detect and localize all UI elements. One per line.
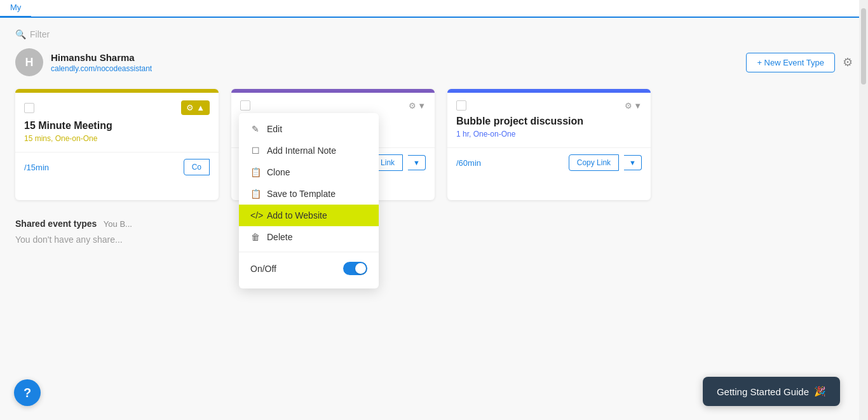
card-header-1: ⚙ ▲ <box>15 93 219 120</box>
event-card-3: ⚙ ▼ Bubble project discussion 1 hr, One-… <box>447 89 651 200</box>
user-row: H Himanshu Sharma calendly.com/nocodeass… <box>0 48 868 89</box>
user-info: H Himanshu Sharma calendly.com/nocodeass… <box>15 48 152 76</box>
card-checkbox-2[interactable] <box>240 100 250 111</box>
gear-icon-3: ⚙ <box>625 101 632 111</box>
card-title-3: Bubble project discussion <box>456 116 642 127</box>
card-body-1: 15 Minute Meeting 15 mins, One-on-One <box>15 120 219 152</box>
event-card-1: ⚙ ▲ 15 Minute Meeting 15 mins, One-on-On… <box>15 89 219 200</box>
menu-item-add-website-label: Add to Website <box>267 210 327 220</box>
template-icon: 📋 <box>250 189 261 199</box>
dropdown-menu: ✎ Edit ☐ Add Internal Note 📋 Clone 📋 Sav… <box>239 113 379 288</box>
card-checkbox-3[interactable] <box>456 100 466 111</box>
menu-item-clone[interactable]: 📋 Clone <box>239 161 379 183</box>
chevron-down-icon-2: ▼ <box>417 101 426 111</box>
filter-label: Filter <box>30 29 50 39</box>
gear-icon-active: ⚙ <box>186 103 194 112</box>
menu-item-clone-label: Clone <box>267 167 290 177</box>
note-icon: ☐ <box>250 146 261 156</box>
help-button[interactable]: ? <box>14 379 41 406</box>
card-gear-button-3[interactable]: ⚙ ▼ <box>625 101 642 111</box>
scrollbar-track <box>859 0 868 420</box>
card-title-1: 15 Minute Meeting <box>24 120 210 132</box>
copy-link-dropdown-3[interactable]: ▼ <box>624 155 642 170</box>
gear-icon-2: ⚙ <box>409 101 416 111</box>
toggle-knob <box>355 263 366 274</box>
new-event-button[interactable]: + New Event Type <box>746 53 835 72</box>
filter-row: 🔍 Filter <box>0 18 868 48</box>
menu-item-save-template[interactable]: 📋 Save to Template <box>239 183 379 205</box>
toggle-label: On/Off <box>250 264 276 274</box>
card-subtitle-3: 1 hr, One-on-One <box>456 130 642 139</box>
trash-icon: 🗑 <box>250 232 261 242</box>
settings-gear-button[interactable]: ⚙ <box>843 55 853 69</box>
copy-link-button-1[interactable]: Co <box>184 159 210 175</box>
top-bar: My <box>0 0 868 18</box>
menu-item-edit[interactable]: ✎ Edit <box>239 118 379 140</box>
card-footer-1: /15min Co <box>15 152 219 182</box>
menu-item-edit-label: Edit <box>267 124 282 134</box>
user-actions: + New Event Type ⚙ <box>746 53 853 72</box>
search-icon: 🔍 <box>15 29 26 39</box>
chevron-down-icon-3: ▼ <box>634 101 642 111</box>
card-gear-button-2[interactable]: ⚙ ▼ <box>409 101 426 111</box>
copy-link-button-3[interactable]: Copy Link <box>569 154 619 171</box>
menu-toggle-row: On/Off <box>239 256 379 281</box>
user-link[interactable]: calendly.com/nocodeassistant <box>51 64 152 73</box>
edit-icon: ✎ <box>250 124 261 134</box>
on-off-toggle[interactable] <box>343 262 367 275</box>
code-icon: </> <box>250 210 261 220</box>
shared-section-title: Shared event types <box>15 219 97 229</box>
card-gear-active-1[interactable]: ⚙ ▲ <box>181 100 210 115</box>
menu-divider <box>239 252 379 252</box>
shared-section-desc: You B... <box>104 219 132 229</box>
user-name: Himanshu Sharma <box>51 52 152 63</box>
menu-item-add-website[interactable]: </> Add to Website <box>239 205 379 226</box>
shared-section: Shared event types You B... You don't ha… <box>0 200 868 255</box>
avatar: H <box>15 48 43 76</box>
scrollbar-thumb[interactable] <box>861 8 866 85</box>
chevron-up-icon: ▲ <box>196 103 205 112</box>
party-icon: 🎉 <box>814 386 826 397</box>
clone-icon: 📋 <box>250 167 261 177</box>
card-checkbox-1[interactable] <box>24 103 34 113</box>
card-body-3: Bubble project discussion 1 hr, One-on-O… <box>447 116 651 147</box>
question-mark-icon: ? <box>24 386 31 400</box>
copy-link-dropdown-2[interactable]: ▼ <box>408 155 426 170</box>
card-subtitle-1: 15 mins, One-on-One <box>24 134 210 143</box>
menu-item-delete[interactable]: 🗑 Delete <box>239 226 379 248</box>
menu-item-add-note-label: Add Internal Note <box>267 146 336 156</box>
menu-item-add-note[interactable]: ☐ Add Internal Note <box>239 140 379 161</box>
cards-area: ⚙ ▲ 15 Minute Meeting 15 mins, One-on-On… <box>0 89 868 200</box>
menu-item-delete-label: Delete <box>267 232 292 242</box>
card-slug-3[interactable]: /60min <box>456 158 564 168</box>
card-header-2: ⚙ ▼ <box>231 93 435 116</box>
card-header-3: ⚙ ▼ <box>447 93 651 116</box>
card-footer-3: /60min Copy Link ▼ <box>447 147 651 177</box>
card-slug-1[interactable]: /15min <box>24 163 179 172</box>
getting-started-label: Getting Started Guide <box>717 386 809 397</box>
top-bar-tab[interactable]: My <box>0 3 31 18</box>
user-details: Himanshu Sharma calendly.com/nocodeassis… <box>51 52 152 73</box>
menu-item-save-template-label: Save to Template <box>267 189 336 199</box>
shared-section-empty: You don't have any share... <box>15 234 853 245</box>
getting-started-guide[interactable]: Getting Started Guide 🎉 <box>703 377 840 406</box>
